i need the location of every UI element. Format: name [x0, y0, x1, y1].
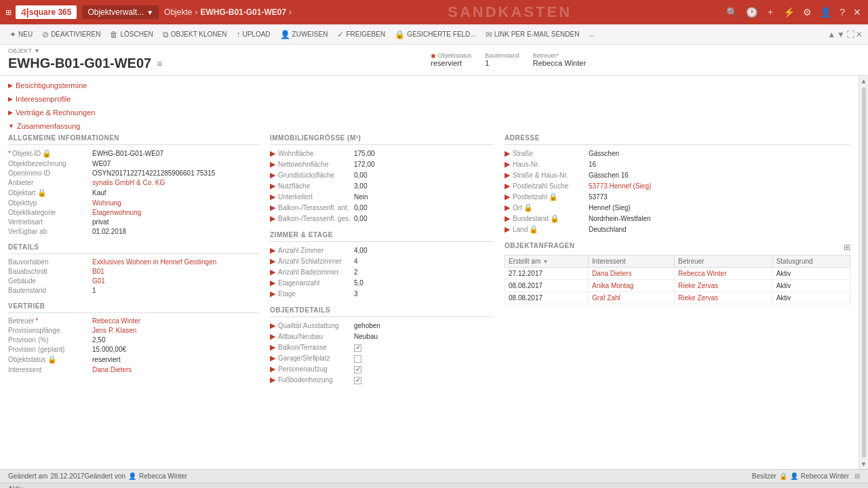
app-logo[interactable]: 4|square 365: [16, 5, 77, 19]
field-plz-suche: ▶ Postleitzahl Suche 53773 Hennef (Sieg): [505, 182, 850, 190]
table-settings-icon[interactable]: ⊞: [844, 243, 850, 252]
objektart-icon: 🔒: [37, 188, 47, 197]
scroll-down-icon[interactable]: ▼: [837, 30, 845, 39]
vertical-scrollbar[interactable]: ▲ ▼: [859, 76, 868, 469]
field-anbieter: Anbieter synalis GmbH & Co. KG: [8, 179, 259, 186]
provisionspfaenge-value[interactable]: Jens P. Klasen: [92, 327, 136, 334]
geaendert-von-label: Geändert von: [84, 472, 125, 480]
hausnr-value: 16: [589, 161, 596, 168]
zimmer-header: ZIMMER & ETAGE: [270, 231, 494, 242]
field-provisionspfaenge: Provisionspfänge Jens P. Klasen: [8, 327, 259, 334]
secured-fields-button[interactable]: 🔒 GESICHERTE FELD...: [391, 28, 480, 41]
anbieter-value[interactable]: synalis GmbH & Co. KG: [92, 179, 165, 186]
assign-button[interactable]: 👤 ZUWEISEN: [276, 28, 332, 41]
col-statusgrund[interactable]: Statusgrund: [772, 256, 850, 268]
bottom-center: Geändert von 👤 Rebecca Winter: [84, 472, 187, 480]
middle-column: IMMOBILIENGRÖSSE (m²) ▶ Wohnfläche 175,0…: [270, 134, 494, 386]
field-openimmo-id: OpenImmo ID OSYN2017122714221285906601 7…: [8, 169, 259, 177]
plz-suche-value[interactable]: 53773 Hennef (Sieg): [589, 182, 651, 190]
objektstatus-vertrieb-value: reserviert: [92, 356, 121, 363]
new-button[interactable]: ✦ NEU: [5, 28, 37, 41]
balkon-ges-icon: ▶: [270, 214, 275, 223]
section-toggle-zusammenfassung[interactable]: Zusammenfassung: [8, 121, 850, 131]
garage-checkbox[interactable]: [354, 355, 361, 363]
bottom-expand-icon[interactable]: ⊞: [854, 472, 860, 480]
settings-icon[interactable]: ⚙: [802, 5, 813, 19]
cell-interessent-1[interactable]: Dana Dieters: [589, 268, 675, 280]
breadcrumb-current[interactable]: EWHG-B01-G01-WE07: [200, 7, 286, 17]
altbau-icon: ▶: [270, 332, 275, 341]
help-icon[interactable]: ?: [838, 5, 846, 19]
upload-button[interactable]: ↑ UPLOAD: [232, 28, 274, 41]
field-fussbodenheizung-cb: ▶ Fußbodenheizung: [270, 375, 494, 384]
objektanfragen-header: OBJEKTANFRAGEN: [505, 242, 574, 252]
user-icon[interactable]: 👤: [818, 5, 833, 19]
email-link-button[interactable]: ✉ LINK PER E-MAIL SENDEN: [481, 28, 584, 41]
delete-button[interactable]: 🗑 LÖSCHEN: [106, 28, 157, 41]
unterkellert-value: Nein: [354, 193, 368, 201]
dropdown-icon[interactable]: ▼: [34, 47, 40, 54]
expand-icon[interactable]: ⛶: [846, 30, 854, 39]
objektbezeichnung-value: WE07: [92, 160, 111, 167]
etagen-icon: ▶: [270, 279, 275, 287]
betreuer-vertrieb-value[interactable]: Rebecca Winter: [92, 317, 140, 325]
keller-icon: ▶: [270, 192, 275, 201]
allgemeine-header: ALLGEMEINE INFORMATIONEN: [8, 134, 259, 145]
right-column: ADRESSE ▶ Straße Gässchen ▶ Haus-Nr. 16 …: [505, 134, 850, 386]
geaendert-von-value: Rebecca Winter: [139, 472, 187, 480]
cell-betreuer-2[interactable]: Rieke Zervas: [675, 280, 773, 292]
clone-button[interactable]: ⧉ OBJEKT KLONEN: [159, 28, 231, 41]
scroll-thumb[interactable]: [862, 87, 866, 458]
history-icon[interactable]: 🕐: [745, 5, 759, 19]
close-icon[interactable]: ✕: [852, 5, 863, 19]
field-altbau: ▶ Altbau/Neubau Neubau: [270, 332, 494, 341]
field-aufzug-cb: ▶ Personenaufzug: [270, 365, 494, 373]
balkon-checkbox[interactable]: [354, 344, 361, 352]
wohnflaeche-value: 175,00: [354, 150, 375, 157]
list-icon[interactable]: ≡: [157, 58, 162, 69]
field-bauabschnitt: Bauabschnitt B01: [8, 268, 259, 275]
scroll-down-arrow[interactable]: ▼: [861, 460, 867, 468]
objektdetails-section: OBJEKTDETAILS ▶ Qualität Ausstattung geh…: [270, 306, 494, 384]
objekttyp-value[interactable]: Wohnung: [92, 199, 121, 207]
app-grid-icon[interactable]: ⊞: [5, 8, 12, 17]
section-toggle-besichtigung[interactable]: Besichtigungstermine: [8, 80, 850, 91]
scroll-up-arrow[interactable]: ▲: [861, 77, 867, 85]
cell-betreuer-3[interactable]: Rieke Zervas: [675, 292, 773, 304]
more-button[interactable]: ...: [585, 28, 598, 40]
left-column: ALLGEMEINE INFORMATIONEN * Objekt-ID 🔒 E…: [8, 134, 259, 386]
bauvorhaben-value[interactable]: Exklusives Wohnen in Hennef Geistingen: [92, 258, 216, 266]
object-type-label: OBJEKT ▼: [8, 47, 162, 54]
field-interessent: Interessent Dana Dieters: [8, 366, 259, 373]
cell-interessent-3[interactable]: Graf Zahl: [589, 292, 675, 304]
interessent-value[interactable]: Dana Dieters: [92, 366, 132, 373]
status-indicator-icon: ◉: [431, 52, 436, 59]
breadcrumb-objekte[interactable]: Objekte: [164, 7, 192, 17]
col-betreuer[interactable]: Betreuer: [675, 256, 773, 268]
section-toggle-interessen[interactable]: Interessenprofile: [8, 94, 850, 104]
field-bauvorhaben: Bauvorhaben Exklusives Wohnen in Hennef …: [8, 258, 259, 266]
details-section: DETAILS Bauvorhaben Exklusives Wohnen in…: [8, 243, 259, 294]
section-toggle-vertraege[interactable]: Verträge & Rechnungen: [8, 107, 850, 118]
fussbodenheizung-checkbox[interactable]: [354, 377, 361, 384]
scroll-up-icon[interactable]: ▲: [827, 30, 835, 39]
filter-icon[interactable]: ⚡: [782, 5, 796, 19]
col-interessent[interactable]: Interessent: [589, 256, 675, 268]
aufzug-checkbox[interactable]: [354, 366, 361, 373]
objektkategorie-value[interactable]: Etagenwohnung: [92, 209, 141, 216]
cell-interessent-2[interactable]: Anika Montag: [589, 280, 675, 292]
search-icon[interactable]: 🔍: [725, 5, 739, 19]
object-meta: ◉ Objektstatus reserviert Bautenstand 1 …: [431, 52, 586, 67]
module-selector[interactable]: Objektverwalt... ▼: [82, 5, 159, 19]
add-icon[interactable]: ＋: [764, 5, 776, 20]
release-button[interactable]: ✓ FREIGEBEN: [333, 28, 389, 41]
cell-betreuer-1[interactable]: Rebecca Winter: [675, 268, 773, 280]
col-erstellt-am[interactable]: Erstellt am ▼: [505, 256, 589, 268]
badezimmer-value: 2: [354, 268, 358, 276]
land-icon: ▶: [505, 225, 510, 234]
close-toolbar-icon[interactable]: ✕: [856, 30, 863, 39]
bauabschnitt-value[interactable]: B01: [92, 268, 104, 275]
gebaeude-value[interactable]: G01: [92, 277, 105, 285]
cell-date-2: 08.08.2017: [505, 280, 589, 292]
deactivate-button[interactable]: ⊘ DEAKTIVIEREN: [38, 28, 104, 41]
